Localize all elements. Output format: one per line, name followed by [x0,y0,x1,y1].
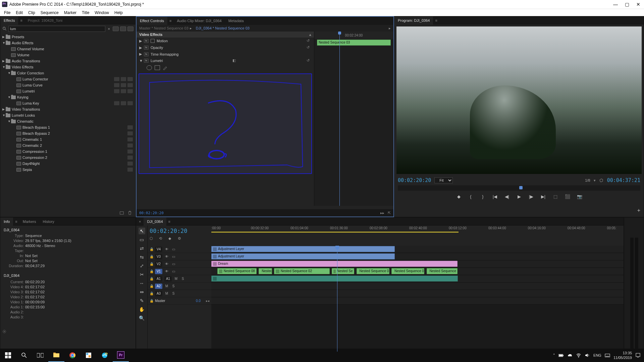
track-lane-a1[interactable] [211,275,624,283]
marquee-tool[interactable]: ▭ [139,236,145,243]
taskbar-clock[interactable]: 13:35 11/05/2019 [613,351,632,360]
effect-controls-menu-icon[interactable]: ≡ [167,19,173,23]
clip-nested[interactable]: Nested [259,268,272,274]
clip-nested-sequence-05[interactable]: Nested Sequence 05 [357,268,389,274]
delete-icon[interactable] [127,210,132,215]
start-button[interactable] [0,349,16,362]
ec-prop-opacity[interactable]: ▶fxOpacity↺ [137,44,314,51]
lock-icon[interactable]: 🔒 [150,284,153,288]
clip-audio[interactable] [211,276,458,282]
ec-prop-motion[interactable]: ▶fxMotion↺ [137,38,314,44]
clip-adjustment-layer[interactable]: Adjustment Layer [211,246,395,252]
step-back-button[interactable]: ◀| [504,193,510,199]
fx-toggle-icon[interactable]: fx [144,59,149,63]
effects-item-audio-effects[interactable]: ▼Audio Effects [0,40,136,46]
lift-button[interactable]: ⬚ [552,193,558,199]
menu-sequence[interactable]: Sequence [38,10,61,15]
effects-item-channel-volume[interactable]: Channel Volume [0,46,136,52]
wifi-icon[interactable] [576,353,581,358]
program-scrubber[interactable] [398,185,640,191]
new-bin-icon[interactable] [119,210,124,215]
lock-icon[interactable]: 🔒 [150,299,153,303]
ec-right-clip[interactable]: Nested Sequence 03 [317,40,391,46]
solo-button[interactable]: S [171,292,176,295]
effects-item-video-transitions[interactable]: ▶Video Transitions [0,106,136,112]
toggle-output-icon[interactable]: 👁 [164,247,169,251]
filter-yuv-icon[interactable] [127,26,133,31]
close-button[interactable]: ✕ [636,2,641,7]
program-zoom-select[interactable]: Fit [434,177,453,183]
ec-toggle-timeline-icon[interactable]: ▸ [389,26,391,31]
mask-ellipse-icon[interactable] [147,65,152,70]
search-button[interactable] [16,349,32,362]
ie-button[interactable] [97,349,113,362]
add-marker-button[interactable]: ◆ [456,193,462,199]
program-timecode-left[interactable]: 00:02:20:20 [398,177,431,183]
program-resolution[interactable]: 1/8 [585,178,590,182]
mute-button[interactable]: M [164,292,169,295]
menu-edit[interactable]: Edit [13,10,25,15]
track-lane-v3[interactable]: Adjustment Layer [211,253,624,260]
effects-item-luma-curve[interactable]: Luma Curve [0,82,136,88]
ripple-tool[interactable]: ⇄ [139,245,145,252]
mask-rect-icon[interactable] [155,65,160,70]
rolling-tool[interactable]: ⇆ [139,254,145,260]
track-target[interactable]: V3 [155,254,162,259]
paint-button[interactable] [80,349,97,362]
ec-playhead[interactable] [339,32,340,206]
toggle-output-icon[interactable]: 👁 [164,269,169,273]
rate-tool[interactable]: ⤢ [139,262,145,269]
track-lane-master[interactable] [211,297,624,305]
effects-item-presets[interactable]: ▶Presets [0,34,136,40]
track-target[interactable]: V4 [155,247,162,252]
toggle-output-icon[interactable]: 👁 [164,262,169,266]
mute-button[interactable]: M [164,284,169,288]
tab-metadata[interactable]: Metadata [225,17,247,25]
track-target[interactable]: V2 [155,261,162,267]
clip-dream[interactable]: Dream [211,261,458,267]
select-tool[interactable]: ↖ [139,228,145,234]
solo-button[interactable]: S [180,277,185,281]
chrome-button[interactable] [64,349,80,362]
track-target[interactable]: A3 [155,291,162,296]
language-indicator[interactable]: ENG [593,353,601,357]
effects-item-keying[interactable]: ▼Keying [0,94,136,100]
tab-project[interactable]: Project: 190428_Toni [24,16,66,24]
settings-icon[interactable] [599,178,604,183]
notifications-icon[interactable] [635,353,641,358]
mark-out-button[interactable]: } [480,193,486,199]
effects-item-lumetri[interactable]: Lumetri [0,88,136,94]
effects-item-luma-corrector[interactable]: Luma Corrector [0,76,136,82]
timeline-timecode[interactable]: 00:02:20:20 [150,228,209,234]
menu-marker[interactable]: Marker [61,10,79,15]
filter-32bit-icon[interactable] [120,26,126,31]
program-view[interactable] [396,26,642,174]
effects-item-luma-key[interactable]: Luma Key [0,100,136,106]
go-to-out-button[interactable]: ▶| [540,193,546,199]
effects-item-sepia[interactable]: Sepia [0,167,136,173]
ec-zoom-out-icon[interactable]: ▸▸ [380,211,384,215]
fx-toggle-icon[interactable]: fx [144,39,149,43]
lock-icon[interactable]: 🔒 [150,262,153,266]
effects-item-cinematic-1[interactable]: Cinematic 1 [0,136,136,142]
menu-title[interactable]: Title [79,10,92,15]
mark-in-button[interactable]: { [468,193,474,199]
expand-arrow-icon[interactable]: ▶ [139,39,142,43]
hand-tool[interactable]: ✋ [139,306,145,313]
track-lane-a3[interactable] [211,290,624,297]
effects-item-audio-transitions[interactable]: ▶Audio Transitions [0,58,136,64]
effects-item-lumetri-looks[interactable]: ▼Lumetri Looks [0,112,136,118]
effects-item-cinematic-2[interactable]: Cinematic 2 [0,142,136,148]
onedrive-icon[interactable] [567,353,573,358]
ec-foot-timecode[interactable]: 00:02:20:20 [139,211,164,215]
tab-effect-controls[interactable]: Effect Controls [137,17,167,25]
clip-nested-se[interactable]: Nested Se [332,268,355,274]
track-target[interactable]: A1 [164,276,172,282]
track-head-master[interactable]: 🔒Master0.0▸◂ [148,297,211,305]
tab-info[interactable]: Info [0,218,13,226]
mute-button[interactable]: M [174,277,178,281]
effects-tree[interactable]: ▶Presets▼Audio EffectsChannel VolumeVolu… [0,33,136,215]
lock-icon[interactable]: 🔒 [150,277,153,281]
clip-nested-sequence-07[interactable]: Nested Sequence 07 [427,268,458,274]
effects-item-day4night[interactable]: Day4Night [0,161,136,167]
